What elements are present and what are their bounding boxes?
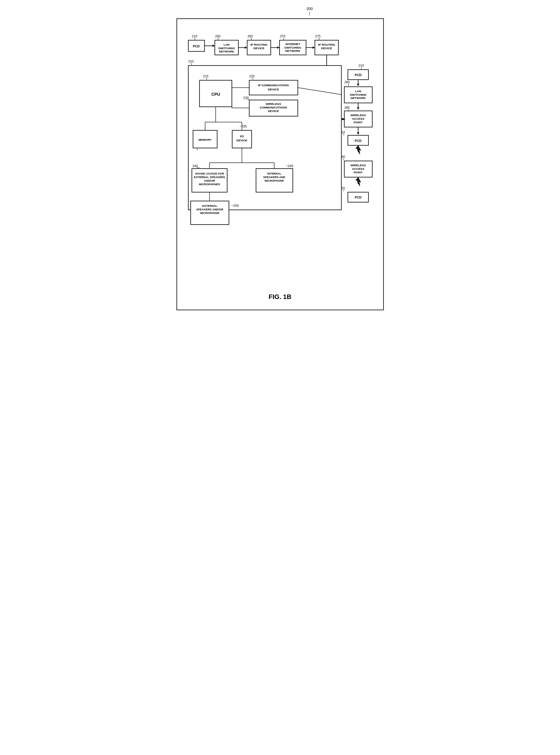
svg-marker-2 <box>212 45 215 47</box>
label-internet2: SWITCHING <box>284 46 301 49</box>
svg-marker-8 <box>277 46 280 49</box>
ref-265: 265 <box>247 34 253 38</box>
ref-240: 240 <box>192 164 198 168</box>
label-wap290-3: POINT <box>354 171 362 174</box>
label-pcd-bot: PCD <box>355 196 361 199</box>
label-memory: MEMORY <box>198 138 212 141</box>
label-ip-comm2: DEVICE <box>268 88 279 91</box>
label-cpu: CPU <box>211 92 220 97</box>
label-wc2: COMMUNICATIONS <box>259 106 287 109</box>
svg-marker-20 <box>357 107 359 110</box>
label-sj4: MICROPHONES <box>199 182 220 186</box>
ref-280: 280 <box>344 80 349 84</box>
ref-235: ~235 <box>239 124 247 128</box>
ref-255: ~255 <box>232 204 239 208</box>
label-lan-right1: LAN <box>355 90 361 93</box>
label-es1: EXTERNAL <box>202 204 217 208</box>
label-wap285-3: POINT <box>354 121 362 124</box>
ref-285: 285 <box>344 106 349 109</box>
figure-number-area: 200 <box>177 6 384 15</box>
label-io1: I/O <box>240 135 244 138</box>
label-wc3: DEVICE <box>268 109 279 113</box>
figure-caption: FIG. 1B <box>183 293 377 304</box>
ref-275: 275 <box>315 34 320 38</box>
ref-260: 260 <box>215 34 220 38</box>
label-internet1: INTERNET <box>285 42 300 46</box>
label-pcd-right-top: PCD <box>355 73 361 77</box>
diagram-outer-border: 210 PCD 260 LAN SWITCHING NETWORK 265 <box>177 18 384 310</box>
label-sj2: EXTERNAL SPEAKERS <box>194 175 225 179</box>
label-ip-routing-r1: IP ROUTING <box>318 43 335 46</box>
label-wap290-2: ACCESS <box>352 167 364 170</box>
ref-230: 230 <box>243 96 248 100</box>
label-es3: MICROPHONE <box>200 211 219 215</box>
label-lan2: SWITCHING <box>218 46 235 50</box>
label-sj3: AND/OR <box>204 179 215 182</box>
label-lan-right3: NETWORK <box>350 96 366 100</box>
label-is1: INTERNAL <box>267 172 281 175</box>
ref-215: 215 <box>203 74 208 78</box>
label-ip-routing1: IP ROUTING <box>250 43 267 46</box>
label-pcd-top: PCD <box>193 44 200 48</box>
svg-marker-25 <box>357 133 359 135</box>
ref-inner-box: 210 <box>188 60 193 63</box>
label-wc1: WIRELESS <box>266 102 281 105</box>
ref-210a: 210 <box>192 34 197 38</box>
label-pcd-mid: PCD <box>355 139 361 142</box>
page-container: 200 210 PCD 260 LAN SWITCHING NETWORK <box>177 6 384 310</box>
label-lan3: NETWORK <box>219 50 234 53</box>
label-internet3: NETWORK <box>285 49 301 53</box>
label-sj1: SOUND JACK(S) FOR <box>195 172 224 175</box>
svg-marker-17 <box>357 84 359 86</box>
figure-ref-200: 200 <box>306 6 313 11</box>
label-lan1: LAN <box>223 43 229 46</box>
label-ip-routing-r2: DEVICE <box>321 46 332 50</box>
diagram-svg: 210 PCD 260 LAN SWITCHING NETWORK 265 <box>183 25 377 284</box>
ref-pcd-right-top: 210 <box>358 64 364 67</box>
ref-270: 270 <box>280 34 285 38</box>
label-io2: DEVICE <box>236 139 247 142</box>
svg-marker-11 <box>313 46 315 49</box>
label-wap285-2: ACCESS <box>352 117 364 120</box>
label-ip-routing2: DEVICE <box>253 46 264 50</box>
label-is2: SPEAKERS AND <box>263 175 285 179</box>
label-wap285-1: WIRELESS <box>350 114 366 117</box>
svg-marker-5 <box>245 46 247 49</box>
label-lan-right2: SWITCHING <box>350 93 367 96</box>
ref-245: ~245 <box>286 164 293 168</box>
ref-225: 225 <box>249 74 254 78</box>
label-is3: MICROPHONE <box>264 179 284 182</box>
label-wap290-1: WIRELESS <box>350 163 366 167</box>
label-ip-comm1: IP COMMUNICATIONS <box>258 83 289 87</box>
label-es2: SPEAKERS AND/OR <box>196 208 223 211</box>
